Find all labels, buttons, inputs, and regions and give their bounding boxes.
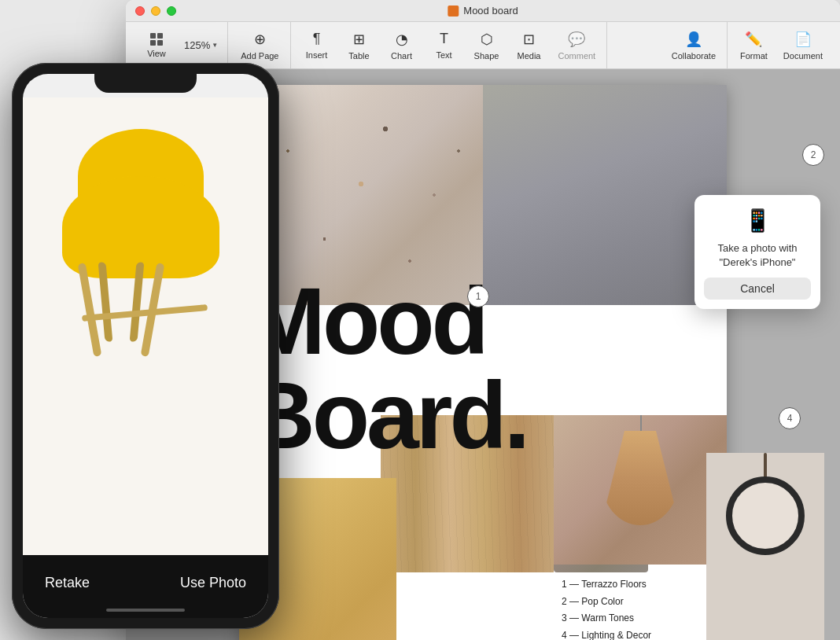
insert-button[interactable]: ¶ Insert <box>297 28 337 63</box>
mirror-shape <box>726 476 805 555</box>
comment-button[interactable]: 💬 Comment <box>552 28 602 64</box>
page-number-2: 2 <box>802 144 824 166</box>
popup-text: Take a photo with "Derek's iPhone" <box>717 241 797 270</box>
media-icon: ⊡ <box>523 31 535 48</box>
caption-item-4: 4 — Lighting & Decor <box>562 627 651 640</box>
chart-button[interactable]: ◔ Chart <box>382 28 422 64</box>
iphone-container: Retake Use Photo <box>0 0 291 640</box>
mirror-panel <box>706 453 824 640</box>
collaborate-button[interactable]: 👤 Collaborate <box>665 28 722 64</box>
retake-button[interactable]: Retake <box>45 575 90 591</box>
moodboard-content: 1 Mood Board. <box>239 85 727 640</box>
window-title: Mood board <box>463 5 518 17</box>
page-number-4: 4 <box>779 407 801 429</box>
board-text: Board. <box>239 368 727 462</box>
shape-icon: ⬡ <box>481 31 493 48</box>
caption-item-3: 3 — Warm Tones <box>562 610 651 627</box>
iphone-screen: Retake Use Photo <box>23 74 268 618</box>
table-icon: ⊞ <box>353 31 365 48</box>
format-button[interactable]: ✏️ Format <box>734 28 774 64</box>
phone-icon: 📱 <box>744 208 772 234</box>
page-number-1: 1 <box>467 285 489 307</box>
iphone-popup: 📱 Take a photo with "Derek's iPhone" Can… <box>694 195 820 309</box>
cancel-button[interactable]: Cancel <box>704 278 811 300</box>
caption-item-2: 2 — Pop Color <box>562 594 651 611</box>
insert-icon: ¶ <box>313 31 321 47</box>
comment-icon: 💬 <box>568 31 585 48</box>
toolbar-group-insert: ¶ Insert ⊞ Table ◔ Chart T Text ⬡ Shape … <box>293 22 608 68</box>
table-button[interactable]: ⊞ Table <box>340 28 379 64</box>
window-title-area: Mood board <box>448 5 518 17</box>
home-indicator <box>106 609 185 612</box>
caption-list: 1 — Terrazzo Floors 2 — Pop Color 3 — Wa… <box>562 576 651 640</box>
document-icon <box>448 6 459 17</box>
shape-button[interactable]: ⬡ Shape <box>467 28 507 64</box>
use-photo-button[interactable]: Use Photo <box>180 575 246 591</box>
collaborate-icon: 👤 <box>685 31 702 48</box>
toolbar-group-collaborate: 👤 Collaborate <box>661 22 728 68</box>
text-button[interactable]: T Text <box>425 28 464 63</box>
format-icon: ✏️ <box>745 31 762 48</box>
grey-wall-image <box>483 85 727 305</box>
iphone-photo <box>23 97 268 555</box>
document-icon-toolbar: 📄 <box>794 31 812 48</box>
toolbar-group-format: ✏️ Format 📄 Document <box>729 22 834 68</box>
iphone-notch <box>94 74 197 93</box>
text-icon: T <box>440 31 448 47</box>
iphone-body: Retake Use Photo <box>12 63 279 629</box>
media-button[interactable]: ⊡ Media <box>510 28 549 64</box>
pages-document[interactable]: 1 Mood Board. <box>239 85 727 640</box>
document-button[interactable]: 📄 Document <box>777 28 829 64</box>
iphone-action-bar: Retake Use Photo <box>23 555 268 618</box>
caption-item-1: 1 — Terrazzo Floors <box>562 576 651 594</box>
chart-icon: ◔ <box>396 31 408 48</box>
